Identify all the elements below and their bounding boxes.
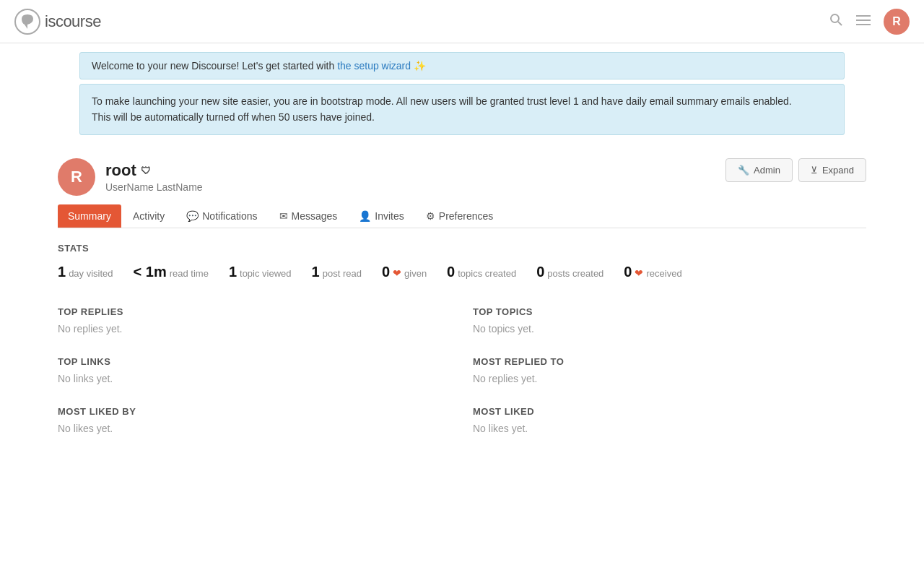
profile-avatar: R xyxy=(58,158,95,196)
top-links-title: TOP LINKS xyxy=(58,356,451,367)
discourse-logo-icon xyxy=(14,9,40,35)
bootstrap-mode-banner: To make launching your new site easier, … xyxy=(79,84,845,135)
most-liked-by-section: MOST LIKED BY No likes yet. xyxy=(58,406,451,434)
profile-info: R root 🛡 UserName LastName xyxy=(58,158,203,196)
notifications-bubble-icon: 💬 xyxy=(186,210,199,222)
svg-point-1 xyxy=(831,14,839,22)
svg-line-2 xyxy=(838,22,842,25)
logo[interactable]: iscourse xyxy=(14,9,101,35)
top-links-section: TOP LINKS No links yet. xyxy=(58,356,451,384)
most-replied-to-empty: No replies yet. xyxy=(473,373,866,384)
tab-notifications-label: Notifications xyxy=(202,210,257,222)
stat-topics-created-value: 0 xyxy=(447,264,455,280)
top-replies-title: TOP REPLIES xyxy=(58,306,451,317)
profile-name-area: root 🛡 UserName LastName xyxy=(105,161,203,193)
envelope-icon: ✉ xyxy=(279,210,288,222)
tab-invites[interactable]: 👤 Invites xyxy=(349,204,414,228)
stat-topic-viewed: 1 topic viewed xyxy=(229,264,292,280)
most-liked-section: MOST LIKED No likes yet. xyxy=(473,406,866,434)
tab-invites-label: Invites xyxy=(375,210,404,222)
hamburger-menu-icon[interactable] xyxy=(856,13,871,30)
most-liked-by-title: MOST LIKED BY xyxy=(58,406,451,417)
stat-read-time-label: read time xyxy=(170,268,209,279)
stat-posts-created-value: 0 xyxy=(536,264,544,280)
tab-messages-label: Messages xyxy=(292,210,338,222)
stat-likes-received-label: received xyxy=(646,268,681,279)
expand-button-label: Expand xyxy=(822,165,854,176)
logo-text: iscourse xyxy=(45,12,101,31)
top-sections-row-3: MOST LIKED BY No likes yet. MOST LIKED N… xyxy=(58,406,866,434)
stat-day-visited-value: 1 xyxy=(58,264,66,280)
search-icon[interactable] xyxy=(829,12,843,30)
stat-likes-given-value: 0 xyxy=(382,264,390,280)
setup-wizard-link[interactable]: the setup wizard xyxy=(337,60,411,72)
stat-likes-given-label: given xyxy=(404,268,427,279)
top-topics-empty: No topics yet. xyxy=(473,323,866,335)
tab-summary-label: Summary xyxy=(68,210,111,222)
wrench-icon: 🔧 xyxy=(738,165,749,176)
most-liked-empty: No likes yet. xyxy=(473,423,866,434)
stat-post-read-value: 1 xyxy=(312,264,320,280)
admin-button-label: Admin xyxy=(754,165,780,176)
stat-likes-received-value: 0 xyxy=(624,264,632,280)
expand-button[interactable]: ⊻ Expand xyxy=(798,158,866,182)
most-replied-to-title: MOST REPLIED TO xyxy=(473,356,866,367)
stats-section: STATS 1 day visited < 1m read time 1 top… xyxy=(58,243,866,285)
stat-topics-created: 0 topics created xyxy=(447,264,516,280)
stats-title: STATS xyxy=(58,243,866,254)
heart-received-icon: ❤ xyxy=(635,267,643,279)
stat-likes-given: 0 ❤ given xyxy=(382,264,427,280)
stat-read-time: < 1m read time xyxy=(134,264,209,280)
stat-post-read: 1 post read xyxy=(312,264,362,280)
top-sections-row-1: TOP REPLIES No replies yet. TOP TOPICS N… xyxy=(58,306,866,335)
stat-posts-created-label: posts created xyxy=(547,268,603,279)
setup-wizard-banner: Welcome to your new Discourse! Let's get… xyxy=(79,52,845,79)
profile-username: UserName LastName xyxy=(105,181,203,193)
profile-header: R root 🛡 UserName LastName 🔧 Admin ⊻ Exp… xyxy=(58,147,866,204)
tab-preferences[interactable]: ⚙ Preferences xyxy=(416,204,503,228)
tab-activity-label: Activity xyxy=(133,210,165,222)
user-avatar-button[interactable]: R xyxy=(884,9,910,35)
stat-day-visited: 1 day visited xyxy=(58,264,113,280)
tab-messages[interactable]: ✉ Messages xyxy=(269,204,348,228)
profile-name-row: root 🛡 xyxy=(105,161,203,180)
setup-emoji: ✨ xyxy=(414,60,426,72)
most-liked-title: MOST LIKED xyxy=(473,406,866,417)
top-topics-title: TOP TOPICS xyxy=(473,306,866,317)
profile-display-name: root xyxy=(105,161,136,180)
most-liked-by-empty: No likes yet. xyxy=(58,423,451,434)
profile-tabs: Summary Activity 💬 Notifications ✉ Messa… xyxy=(58,204,866,228)
admin-button[interactable]: 🔧 Admin xyxy=(725,158,793,182)
top-topics-section: TOP TOPICS No topics yet. xyxy=(473,306,866,335)
stat-topic-viewed-value: 1 xyxy=(229,264,237,280)
tab-preferences-label: Preferences xyxy=(439,210,493,222)
tab-activity[interactable]: Activity xyxy=(123,204,175,228)
stat-post-read-label: post read xyxy=(323,268,362,279)
top-replies-section: TOP REPLIES No replies yet. xyxy=(58,306,451,335)
tab-notifications[interactable]: 💬 Notifications xyxy=(176,204,267,228)
header-actions: R xyxy=(829,9,910,35)
site-header: iscourse R xyxy=(0,0,924,43)
stats-row: 1 day visited < 1m read time 1 topic vie… xyxy=(58,264,866,285)
most-replied-to-section: MOST REPLIED TO No replies yet. xyxy=(473,356,866,384)
admin-shield-icon: 🛡 xyxy=(141,165,151,176)
setup-banner-text: Welcome to your new Discourse! Let's get… xyxy=(92,60,337,72)
top-links-empty: No links yet. xyxy=(58,373,451,384)
stat-day-visited-label: day visited xyxy=(69,268,113,279)
gear-icon: ⚙ xyxy=(426,210,435,222)
bootstrap-banner-text: To make launching your new site easier, … xyxy=(92,95,792,123)
stat-likes-received: 0 ❤ received xyxy=(624,264,681,280)
top-replies-empty: No replies yet. xyxy=(58,323,451,335)
heart-given-icon: ❤ xyxy=(393,267,401,279)
stat-topic-viewed-label: topic viewed xyxy=(240,268,292,279)
stat-topics-created-label: topics created xyxy=(458,268,516,279)
top-sections-row-2: TOP LINKS No links yet. MOST REPLIED TO … xyxy=(58,356,866,384)
stat-posts-created: 0 posts created xyxy=(536,264,603,280)
add-user-icon: 👤 xyxy=(359,210,371,222)
expand-icon: ⊻ xyxy=(811,165,818,176)
stat-read-time-value: < 1m xyxy=(134,264,167,280)
profile-actions: 🔧 Admin ⊻ Expand xyxy=(725,158,866,182)
tab-summary[interactable]: Summary xyxy=(58,204,121,228)
